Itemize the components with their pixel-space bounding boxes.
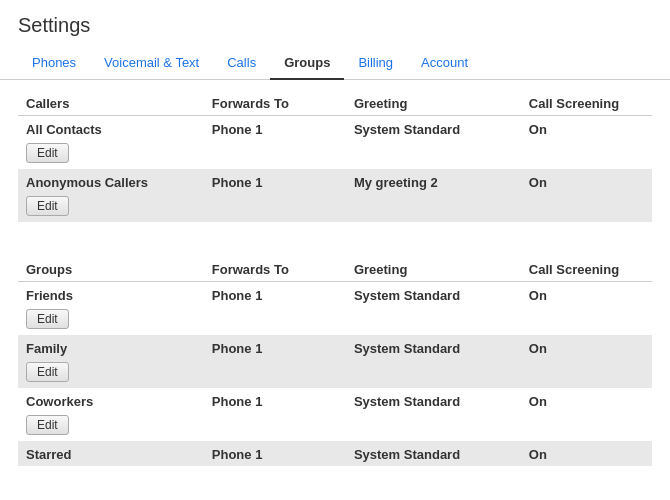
edit-anonymous-callers-button[interactable]: Edit <box>26 196 69 216</box>
table-row: Anonymous Callers Phone 1 My greeting 2 … <box>18 169 652 194</box>
edit-friends-button[interactable]: Edit <box>26 309 69 329</box>
caller-name: All Contacts <box>18 116 204 142</box>
group-greeting: System Standard <box>346 441 521 466</box>
caller-screening: On <box>521 169 652 194</box>
group-forwards: Phone 1 <box>204 335 346 360</box>
tab-calls[interactable]: Calls <box>213 47 270 80</box>
tab-voicemail[interactable]: Voicemail & Text <box>90 47 213 80</box>
col-header-groups: Groups <box>18 256 204 282</box>
col-header-greeting: Greeting <box>346 90 521 116</box>
table-row: Coworkers Phone 1 System Standard On <box>18 388 652 413</box>
tab-bar: Phones Voicemail & Text Calls Groups Bil… <box>0 47 670 80</box>
caller-name: Anonymous Callers <box>18 169 204 194</box>
table-row: Starred Phone 1 System Standard On <box>18 441 652 466</box>
caller-screening: On <box>521 116 652 142</box>
caller-greeting: My greeting 2 <box>346 169 521 194</box>
col-header-forwards: Forwards To <box>204 90 346 116</box>
tab-groups[interactable]: Groups <box>270 47 344 80</box>
group-name: Coworkers <box>18 388 204 413</box>
col-header-screening2: Call Screening <box>521 256 652 282</box>
group-forwards: Phone 1 <box>204 388 346 413</box>
groups-table-section: Groups Forwards To Greeting Call Screeni… <box>18 256 652 466</box>
table-row: Edit <box>18 141 652 169</box>
group-forwards: Phone 1 <box>204 441 346 466</box>
caller-forwards: Phone 1 <box>204 116 346 142</box>
edit-family-button[interactable]: Edit <box>26 362 69 382</box>
table-row: Edit <box>18 413 652 441</box>
col-header-callers: Callers <box>18 90 204 116</box>
table-row: Edit <box>18 360 652 388</box>
col-header-forwards2: Forwards To <box>204 256 346 282</box>
group-screening: On <box>521 282 652 308</box>
table-row: Edit <box>18 307 652 335</box>
group-name: Family <box>18 335 204 360</box>
group-greeting: System Standard <box>346 335 521 360</box>
group-forwards: Phone 1 <box>204 282 346 308</box>
table-row: All Contacts Phone 1 System Standard On <box>18 116 652 142</box>
edit-coworkers-button[interactable]: Edit <box>26 415 69 435</box>
group-screening: On <box>521 441 652 466</box>
tab-phones[interactable]: Phones <box>18 47 90 80</box>
col-header-screening: Call Screening <box>521 90 652 116</box>
tab-account[interactable]: Account <box>407 47 482 80</box>
col-header-greeting2: Greeting <box>346 256 521 282</box>
callers-table-section: Callers Forwards To Greeting Call Screen… <box>18 90 652 222</box>
edit-all-contacts-button[interactable]: Edit <box>26 143 69 163</box>
page-title: Settings <box>0 0 670 47</box>
group-greeting: System Standard <box>346 388 521 413</box>
table-row: Family Phone 1 System Standard On <box>18 335 652 360</box>
group-greeting: System Standard <box>346 282 521 308</box>
table-row: Edit <box>18 194 652 222</box>
group-name: Friends <box>18 282 204 308</box>
group-screening: On <box>521 335 652 360</box>
caller-forwards: Phone 1 <box>204 169 346 194</box>
caller-greeting: System Standard <box>346 116 521 142</box>
table-row: Friends Phone 1 System Standard On <box>18 282 652 308</box>
tab-billing[interactable]: Billing <box>344 47 407 80</box>
group-screening: On <box>521 388 652 413</box>
group-name: Starred <box>18 441 204 466</box>
